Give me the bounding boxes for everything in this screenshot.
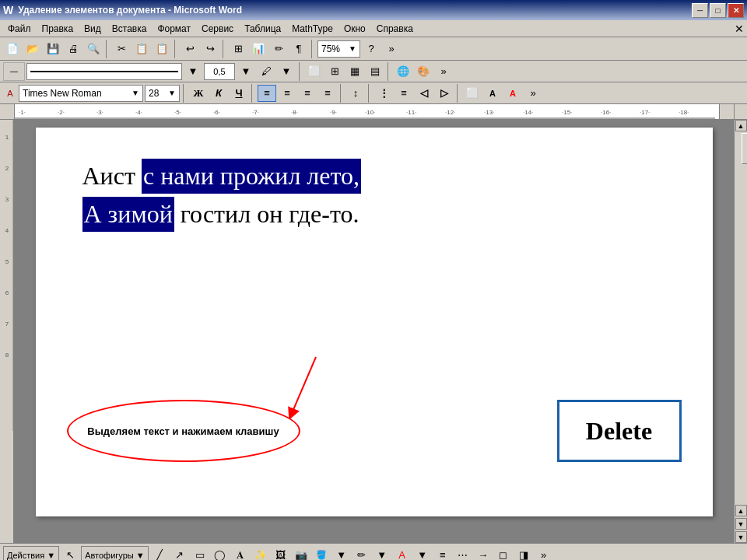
- format-more[interactable]: »: [524, 84, 542, 103]
- arrow-style-button[interactable]: →: [474, 546, 493, 561]
- open-button[interactable]: 📂: [23, 40, 42, 58]
- border-style-btn[interactable]: —: [3, 62, 25, 81]
- picture-button[interactable]: 📷: [292, 546, 310, 561]
- border-extra3[interactable]: ▤: [366, 62, 384, 81]
- bold-button[interactable]: Ж: [189, 85, 208, 102]
- decrease-indent-button[interactable]: ◁: [415, 85, 433, 102]
- bullet-list-button[interactable]: ≡: [395, 85, 413, 102]
- align-right-button[interactable]: ≡: [298, 85, 317, 102]
- drawing-toggle[interactable]: ✏: [269, 40, 288, 58]
- menu-tools[interactable]: Сервис: [197, 22, 238, 36]
- wordart-button[interactable]: ✨: [251, 546, 270, 561]
- table-button[interactable]: ⊞: [229, 40, 247, 58]
- align-center-button[interactable]: ≡: [278, 85, 296, 102]
- line-color-btn[interactable]: 🖊: [257, 62, 275, 81]
- copy-button[interactable]: 📋: [132, 40, 151, 58]
- menu-edit[interactable]: Правка: [37, 22, 79, 36]
- menu-insert[interactable]: Вставка: [107, 22, 152, 36]
- 3d-btn[interactable]: 🎨: [414, 62, 433, 81]
- line-draw-button[interactable]: ╱: [150, 546, 169, 561]
- extra-more[interactable]: »: [434, 62, 453, 81]
- border-dropdown[interactable]: ▼: [184, 62, 202, 81]
- dash-style-button[interactable]: ⋯: [454, 546, 472, 561]
- menu-help[interactable]: Справка: [372, 22, 418, 36]
- close-button[interactable]: ✕: [728, 3, 744, 18]
- maximize-button[interactable]: □: [710, 3, 726, 18]
- cut-button[interactable]: ✂: [112, 40, 131, 58]
- help-button[interactable]: ?: [362, 40, 381, 58]
- svg-text:·4·: ·4·: [135, 109, 142, 116]
- align-left-button[interactable]: ≡: [258, 85, 276, 102]
- scroll-up-button[interactable]: ▲: [735, 120, 747, 131]
- textbox-button[interactable]: 𝐀: [231, 546, 250, 561]
- border-outer[interactable]: ⬜: [305, 62, 324, 81]
- font-color-draw-button[interactable]: A: [393, 546, 412, 561]
- fill-color-button[interactable]: 🪣: [312, 546, 331, 561]
- line-width-value[interactable]: 0,5: [204, 63, 235, 80]
- actions-label: Действия ▼: [7, 551, 55, 560]
- toolbar-more[interactable]: »: [382, 40, 401, 58]
- menu-view[interactable]: Вид: [79, 22, 106, 36]
- print-button[interactable]: 🖨: [64, 40, 82, 58]
- line-color-draw-dropdown[interactable]: ▼: [373, 546, 391, 561]
- minimize-button[interactable]: ─: [692, 3, 708, 18]
- scroll-thumb[interactable]: [742, 133, 747, 164]
- menu-format[interactable]: Формат: [153, 22, 195, 36]
- font-name-dropdown[interactable]: Times New Roman ▼: [19, 85, 143, 102]
- line-color-draw-button[interactable]: ✏: [352, 546, 371, 561]
- rect-draw-button[interactable]: ▭: [191, 546, 209, 561]
- font-color-button[interactable]: A: [503, 85, 522, 102]
- fill-color-dropdown[interactable]: ▼: [332, 546, 351, 561]
- sep-extra2: [388, 62, 391, 81]
- save-button[interactable]: 💾: [44, 40, 62, 58]
- zoom-dropdown[interactable]: 75% ▼: [317, 40, 360, 58]
- arrow-draw-button[interactable]: ↗: [170, 546, 189, 561]
- actions-button[interactable]: Действия ▼: [3, 546, 59, 561]
- clipart-button[interactable]: 🖼: [272, 546, 290, 561]
- svg-text:3: 3: [5, 196, 9, 203]
- border-format-button[interactable]: ⬜: [463, 85, 482, 102]
- oval-draw-button[interactable]: ◯: [211, 546, 230, 561]
- svg-text:·5·: ·5·: [174, 109, 181, 116]
- new-button[interactable]: 📄: [3, 40, 22, 58]
- numbered-list-button[interactable]: ⋮: [374, 85, 393, 102]
- menu-close-doc[interactable]: ✕: [735, 23, 744, 35]
- fmt-sep5: [457, 84, 460, 103]
- drawing-more[interactable]: »: [535, 546, 553, 561]
- font-size-dropdown[interactable]: 28 ▼: [145, 85, 180, 102]
- italic-button[interactable]: К: [209, 85, 228, 102]
- autoshapes-button[interactable]: Автофигуры ▼: [81, 546, 149, 561]
- svg-text:2: 2: [5, 165, 9, 172]
- menu-file[interactable]: Файл: [3, 22, 36, 36]
- line-style-button[interactable]: ≡: [433, 546, 452, 561]
- border-line-selector[interactable]: [26, 63, 182, 80]
- border-inner[interactable]: ⊞: [325, 62, 344, 81]
- line-width-dropdown[interactable]: ▼: [237, 62, 255, 81]
- increase-indent-button[interactable]: ▷: [435, 85, 454, 102]
- menu-mathtype[interactable]: MathType: [287, 22, 338, 36]
- scroll-page-down[interactable]: ▼: [735, 518, 747, 530]
- border-extra2[interactable]: ▦: [345, 62, 364, 81]
- font-color-draw-dropdown[interactable]: ▼: [413, 546, 432, 561]
- scroll-down-button[interactable]: ▼: [735, 531, 747, 543]
- redo-button[interactable]: ↪: [201, 40, 219, 58]
- paste-button[interactable]: 📋: [153, 40, 171, 58]
- menu-table[interactable]: Таблица: [240, 22, 286, 36]
- select-arrow-button[interactable]: ↖: [61, 546, 79, 561]
- line-color-dropdown[interactable]: ▼: [277, 62, 296, 81]
- scroll-page-up[interactable]: ▲: [735, 505, 747, 516]
- shadow-style-button[interactable]: ◻: [494, 546, 513, 561]
- 3d-style-button[interactable]: ◨: [514, 546, 533, 561]
- shadow-btn[interactable]: 🌐: [394, 62, 412, 81]
- font-size-chevron: ▼: [168, 89, 176, 97]
- paragraph-marks[interactable]: ¶: [289, 40, 308, 58]
- preview-button[interactable]: 🔍: [84, 40, 103, 58]
- chart-button[interactable]: 📊: [249, 40, 268, 58]
- underline-button[interactable]: Ч: [230, 85, 248, 102]
- toolbar-drawing: Действия ▼ ↖ Автофигуры ▼ ╱ ↗ ▭ ◯ 𝐀 ✨ 🖼 …: [0, 543, 747, 560]
- line-spacing-button[interactable]: ↕: [346, 85, 365, 102]
- align-justify-button[interactable]: ≡: [318, 85, 337, 102]
- highlight-button[interactable]: A: [483, 85, 502, 102]
- undo-button[interactable]: ↩: [181, 40, 199, 58]
- menu-window[interactable]: Окно: [339, 22, 370, 36]
